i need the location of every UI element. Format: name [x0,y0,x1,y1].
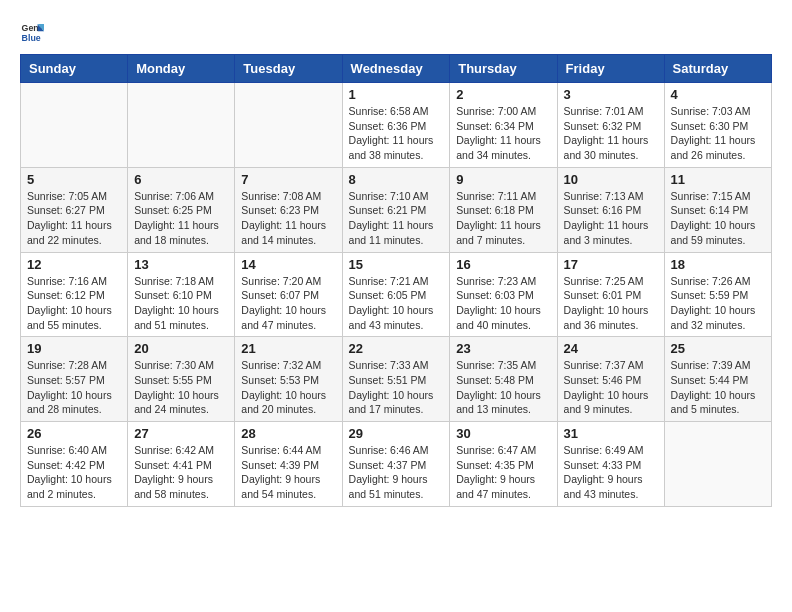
calendar-day-cell: 31Sunrise: 6:49 AM Sunset: 4:33 PM Dayli… [557,422,664,507]
day-info: Sunrise: 7:11 AM Sunset: 6:18 PM Dayligh… [456,189,550,248]
calendar-day-cell: 11Sunrise: 7:15 AM Sunset: 6:14 PM Dayli… [664,167,771,252]
calendar-week-row: 26Sunrise: 6:40 AM Sunset: 4:42 PM Dayli… [21,422,772,507]
day-info: Sunrise: 7:23 AM Sunset: 6:03 PM Dayligh… [456,274,550,333]
calendar-day-cell: 25Sunrise: 7:39 AM Sunset: 5:44 PM Dayli… [664,337,771,422]
day-info: Sunrise: 7:15 AM Sunset: 6:14 PM Dayligh… [671,189,765,248]
day-number: 24 [564,341,658,356]
calendar-day-cell: 23Sunrise: 7:35 AM Sunset: 5:48 PM Dayli… [450,337,557,422]
calendar-day-cell: 2Sunrise: 7:00 AM Sunset: 6:34 PM Daylig… [450,83,557,168]
svg-text:Blue: Blue [22,33,41,43]
day-number: 23 [456,341,550,356]
day-number: 3 [564,87,658,102]
calendar-day-cell: 18Sunrise: 7:26 AM Sunset: 5:59 PM Dayli… [664,252,771,337]
calendar-day-cell: 15Sunrise: 7:21 AM Sunset: 6:05 PM Dayli… [342,252,450,337]
calendar-day-cell: 7Sunrise: 7:08 AM Sunset: 6:23 PM Daylig… [235,167,342,252]
day-info: Sunrise: 7:32 AM Sunset: 5:53 PM Dayligh… [241,358,335,417]
day-info: Sunrise: 7:30 AM Sunset: 5:55 PM Dayligh… [134,358,228,417]
day-info: Sunrise: 7:18 AM Sunset: 6:10 PM Dayligh… [134,274,228,333]
day-info: Sunrise: 6:49 AM Sunset: 4:33 PM Dayligh… [564,443,658,502]
day-number: 4 [671,87,765,102]
day-info: Sunrise: 7:16 AM Sunset: 6:12 PM Dayligh… [27,274,121,333]
header: General Blue [20,20,772,44]
day-info: Sunrise: 7:01 AM Sunset: 6:32 PM Dayligh… [564,104,658,163]
day-number: 5 [27,172,121,187]
calendar-day-cell: 19Sunrise: 7:28 AM Sunset: 5:57 PM Dayli… [21,337,128,422]
day-info: Sunrise: 7:39 AM Sunset: 5:44 PM Dayligh… [671,358,765,417]
day-info: Sunrise: 6:58 AM Sunset: 6:36 PM Dayligh… [349,104,444,163]
weekday-header-tuesday: Tuesday [235,55,342,83]
day-info: Sunrise: 7:35 AM Sunset: 5:48 PM Dayligh… [456,358,550,417]
empty-day-cell [21,83,128,168]
day-number: 18 [671,257,765,272]
day-number: 7 [241,172,335,187]
day-info: Sunrise: 7:06 AM Sunset: 6:25 PM Dayligh… [134,189,228,248]
day-info: Sunrise: 6:46 AM Sunset: 4:37 PM Dayligh… [349,443,444,502]
day-info: Sunrise: 7:37 AM Sunset: 5:46 PM Dayligh… [564,358,658,417]
calendar-day-cell: 30Sunrise: 6:47 AM Sunset: 4:35 PM Dayli… [450,422,557,507]
calendar-day-cell: 9Sunrise: 7:11 AM Sunset: 6:18 PM Daylig… [450,167,557,252]
day-info: Sunrise: 7:13 AM Sunset: 6:16 PM Dayligh… [564,189,658,248]
calendar-day-cell: 28Sunrise: 6:44 AM Sunset: 4:39 PM Dayli… [235,422,342,507]
day-number: 6 [134,172,228,187]
calendar-day-cell: 29Sunrise: 6:46 AM Sunset: 4:37 PM Dayli… [342,422,450,507]
day-number: 22 [349,341,444,356]
day-info: Sunrise: 6:40 AM Sunset: 4:42 PM Dayligh… [27,443,121,502]
day-number: 2 [456,87,550,102]
day-info: Sunrise: 7:26 AM Sunset: 5:59 PM Dayligh… [671,274,765,333]
day-info: Sunrise: 7:25 AM Sunset: 6:01 PM Dayligh… [564,274,658,333]
day-number: 28 [241,426,335,441]
day-number: 16 [456,257,550,272]
weekday-header-sunday: Sunday [21,55,128,83]
calendar: SundayMondayTuesdayWednesdayThursdayFrid… [20,54,772,507]
day-info: Sunrise: 7:20 AM Sunset: 6:07 PM Dayligh… [241,274,335,333]
day-info: Sunrise: 6:47 AM Sunset: 4:35 PM Dayligh… [456,443,550,502]
day-number: 12 [27,257,121,272]
calendar-day-cell: 17Sunrise: 7:25 AM Sunset: 6:01 PM Dayli… [557,252,664,337]
calendar-day-cell: 10Sunrise: 7:13 AM Sunset: 6:16 PM Dayli… [557,167,664,252]
calendar-week-row: 19Sunrise: 7:28 AM Sunset: 5:57 PM Dayli… [21,337,772,422]
calendar-day-cell: 20Sunrise: 7:30 AM Sunset: 5:55 PM Dayli… [128,337,235,422]
calendar-day-cell: 4Sunrise: 7:03 AM Sunset: 6:30 PM Daylig… [664,83,771,168]
day-number: 26 [27,426,121,441]
day-number: 20 [134,341,228,356]
empty-day-cell [128,83,235,168]
day-info: Sunrise: 7:08 AM Sunset: 6:23 PM Dayligh… [241,189,335,248]
weekday-header-saturday: Saturday [664,55,771,83]
day-number: 19 [27,341,121,356]
day-number: 17 [564,257,658,272]
day-number: 8 [349,172,444,187]
calendar-day-cell: 21Sunrise: 7:32 AM Sunset: 5:53 PM Dayli… [235,337,342,422]
calendar-day-cell: 13Sunrise: 7:18 AM Sunset: 6:10 PM Dayli… [128,252,235,337]
weekday-header-wednesday: Wednesday [342,55,450,83]
calendar-day-cell: 1Sunrise: 6:58 AM Sunset: 6:36 PM Daylig… [342,83,450,168]
calendar-header-row: SundayMondayTuesdayWednesdayThursdayFrid… [21,55,772,83]
calendar-day-cell: 22Sunrise: 7:33 AM Sunset: 5:51 PM Dayli… [342,337,450,422]
logo: General Blue [20,20,44,44]
weekday-header-monday: Monday [128,55,235,83]
calendar-week-row: 5Sunrise: 7:05 AM Sunset: 6:27 PM Daylig… [21,167,772,252]
day-number: 21 [241,341,335,356]
day-info: Sunrise: 7:33 AM Sunset: 5:51 PM Dayligh… [349,358,444,417]
day-number: 13 [134,257,228,272]
day-info: Sunrise: 6:44 AM Sunset: 4:39 PM Dayligh… [241,443,335,502]
day-info: Sunrise: 7:03 AM Sunset: 6:30 PM Dayligh… [671,104,765,163]
calendar-week-row: 1Sunrise: 6:58 AM Sunset: 6:36 PM Daylig… [21,83,772,168]
calendar-day-cell: 12Sunrise: 7:16 AM Sunset: 6:12 PM Dayli… [21,252,128,337]
day-number: 1 [349,87,444,102]
day-number: 9 [456,172,550,187]
day-number: 14 [241,257,335,272]
day-number: 25 [671,341,765,356]
calendar-day-cell: 16Sunrise: 7:23 AM Sunset: 6:03 PM Dayli… [450,252,557,337]
day-info: Sunrise: 6:42 AM Sunset: 4:41 PM Dayligh… [134,443,228,502]
calendar-day-cell: 14Sunrise: 7:20 AM Sunset: 6:07 PM Dayli… [235,252,342,337]
empty-day-cell [235,83,342,168]
day-info: Sunrise: 7:05 AM Sunset: 6:27 PM Dayligh… [27,189,121,248]
calendar-week-row: 12Sunrise: 7:16 AM Sunset: 6:12 PM Dayli… [21,252,772,337]
day-number: 11 [671,172,765,187]
weekday-header-thursday: Thursday [450,55,557,83]
day-number: 15 [349,257,444,272]
calendar-day-cell: 5Sunrise: 7:05 AM Sunset: 6:27 PM Daylig… [21,167,128,252]
day-info: Sunrise: 7:10 AM Sunset: 6:21 PM Dayligh… [349,189,444,248]
logo-icon: General Blue [20,20,44,44]
weekday-header-friday: Friday [557,55,664,83]
